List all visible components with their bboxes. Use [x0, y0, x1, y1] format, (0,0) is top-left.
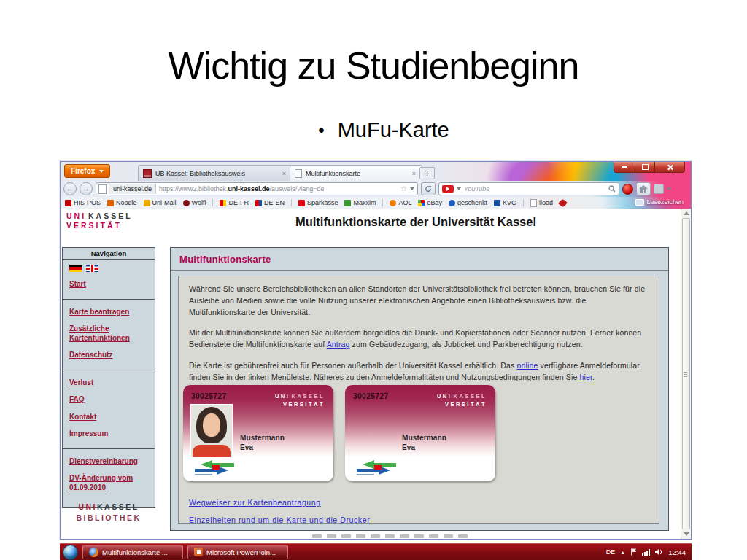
youtube-engine-icon[interactable]	[442, 185, 454, 192]
clock[interactable]: 12:44	[668, 548, 686, 556]
bookmarks-toolbar: HIS-POS Noodle Uni-Mail Wolfi DE-FR DE-E…	[61, 197, 691, 209]
tab-title: Multifunktionskarte	[306, 170, 407, 177]
german-flag-icon[interactable]	[69, 265, 82, 272]
bookmark-item[interactable]: geschenkt	[449, 199, 487, 206]
taskbar-button-powerpoint[interactable]: Microsoft PowerPoin...	[187, 545, 288, 559]
search-box[interactable]: YouTube	[438, 182, 619, 195]
bookmark-item[interactable]: DE-FR	[220, 199, 249, 206]
navigation-toolbar: ← → uni-kassel.de https://www2.bibliothe…	[61, 181, 691, 197]
bookmark-item[interactable]: DE-EN	[255, 199, 285, 206]
maxxim-icon	[344, 200, 351, 206]
uni-kassel-logo: UNI KASSEL VERSITÄT	[66, 211, 133, 230]
scrollbar-grip	[684, 372, 687, 377]
bookmark-item[interactable]: Uni-Mail	[144, 199, 177, 206]
sidebar-item-karte-beantragen[interactable]: Karte beantragen	[69, 308, 149, 317]
nvv-logo	[192, 459, 237, 475]
sidebar-item-kartenfunktionen[interactable]: Zusätzliche Kartenfunktionen	[69, 324, 149, 343]
page-icon	[98, 184, 107, 194]
guitar-icon[interactable]	[558, 198, 568, 208]
online-link[interactable]: online	[517, 361, 538, 370]
antrag-link[interactable]: Antrag	[327, 340, 350, 349]
close-button[interactable]	[654, 162, 685, 173]
bookmarks-overflow[interactable]: Lesezeichen	[635, 198, 684, 206]
chevron-down-icon[interactable]	[667, 187, 671, 190]
bookmark-item[interactable]: AOL	[390, 199, 411, 206]
url-bar[interactable]: uni-kassel.de https://www2.bibliothek.un…	[96, 182, 418, 195]
geschenkt-icon	[449, 200, 455, 206]
wolfi-icon	[183, 200, 190, 206]
bookmark-item[interactable]: HIS-POS	[65, 199, 101, 206]
vertical-scrollbar[interactable]	[681, 209, 691, 539]
sidebar-item-faq[interactable]: FAQ	[69, 395, 149, 405]
sidebar-item-impressum[interactable]: Impressum	[69, 429, 149, 439]
sidebar-item-start[interactable]: Start	[69, 280, 149, 289]
bullet-text: MuFu-Karte	[338, 118, 449, 142]
tab-close-icon[interactable]: ×	[411, 170, 417, 177]
sparkasse-icon	[298, 200, 305, 206]
ebay-icon	[418, 200, 425, 206]
tab-close-icon[interactable]: ×	[281, 170, 287, 177]
bookmark-item[interactable]: eBay	[418, 199, 442, 206]
bookmark-item[interactable]: Maxxim	[344, 199, 376, 206]
site-identity-chip[interactable]: uni-kassel.de	[109, 184, 156, 194]
new-tab-button[interactable]: +	[419, 167, 435, 179]
show-hidden-icons[interactable]: ▲	[620, 550, 625, 555]
wegweiser-link[interactable]: Wegweiser zur Kartenbeantragung	[189, 497, 321, 509]
sidebar-item-dienstvereinbarung[interactable]: Dienstvereinbarung	[69, 457, 149, 467]
browser-chrome: Firefox UB Kassel: Bibliotheksausweis × …	[61, 162, 691, 209]
sidebar-item-verlust[interactable]: Verlust	[69, 378, 149, 388]
bookmark-item[interactable]: Noodle	[107, 199, 137, 206]
extension-icon[interactable]	[654, 184, 664, 194]
slide-bullet-line: • MuFu-Karte	[10, 118, 747, 142]
einzelheiten-link[interactable]: Einzelheiten rund um die Karte und die D…	[189, 515, 370, 526]
minimize-button[interactable]	[614, 162, 635, 173]
aol-icon	[390, 200, 396, 206]
tab-ub-kassel[interactable]: UB Kassel: Bibliotheksausweis ×	[138, 165, 293, 181]
action-center-flag-icon[interactable]	[630, 548, 637, 556]
language-indicator[interactable]: DE	[606, 548, 616, 556]
uk-flag-icon[interactable]	[86, 265, 98, 272]
firefox-menu-button[interactable]: Firefox	[64, 164, 110, 178]
forward-button[interactable]: →	[80, 182, 93, 195]
search-icon[interactable]	[608, 185, 616, 192]
sidebar-item-datenschutz[interactable]: Datenschutz	[69, 351, 149, 360]
firefox-window: Firefox UB Kassel: Bibliotheksausweis × …	[60, 161, 692, 540]
chevron-down-icon[interactable]	[457, 187, 461, 190]
start-button[interactable]	[63, 545, 78, 560]
sidebar-item-kontakt[interactable]: Kontakt	[69, 413, 149, 422]
scroll-down-icon[interactable]	[684, 532, 689, 536]
scroll-up-icon[interactable]	[684, 211, 689, 215]
adblock-icon[interactable]	[622, 184, 633, 195]
divider	[63, 370, 155, 370]
chevron-down-icon[interactable]	[410, 187, 414, 190]
paragraph-3: Die Karte ist gebührenfrei auch für Pers…	[189, 360, 649, 384]
home-button[interactable]	[636, 182, 651, 195]
de-en-flag-icon	[255, 200, 262, 206]
tab-multifunktionskarte[interactable]: Multifunktionskarte ×	[290, 165, 422, 181]
desktop-screenshot: Firefox UB Kassel: Bibliotheksausweis × …	[60, 161, 692, 560]
separator	[212, 199, 213, 206]
bookmark-item[interactable]: KVG	[494, 199, 516, 206]
volume-icon[interactable]	[655, 548, 663, 556]
taskbar-button-firefox[interactable]: Multifunktionskarte ...	[82, 545, 183, 559]
reload-button[interactable]	[421, 182, 436, 195]
de-fr-flag-icon	[220, 200, 226, 206]
restore-button[interactable]	[635, 162, 654, 173]
bookmark-item[interactable]: Sparkasse	[298, 199, 338, 206]
windows-taskbar: Multifunktionskarte ... Microsoft PowerP…	[60, 543, 692, 560]
network-signal-icon[interactable]	[642, 549, 650, 556]
clipped-footer-text	[312, 534, 469, 538]
bookmark-item[interactable]: Wolfi	[183, 199, 206, 206]
bookmark-item[interactable]: iload	[530, 199, 553, 207]
content-panel: Multifunktionskarte Während Sie unsere B…	[170, 247, 669, 531]
back-button[interactable]: ←	[63, 182, 77, 195]
sidebar-item-dv-aenderung[interactable]: DV-Änderung vom 01.09.2010	[69, 474, 149, 492]
hier-link[interactable]: hier	[580, 373, 593, 381]
bookmark-star-icon[interactable]: ☆	[400, 185, 407, 192]
restore-icon	[642, 164, 649, 170]
photo-face	[203, 413, 220, 437]
nvv-logo	[354, 459, 399, 475]
sidebar-title: Navigation	[63, 248, 155, 260]
divider	[63, 448, 155, 449]
scrollbar-thumb[interactable]	[682, 218, 690, 529]
